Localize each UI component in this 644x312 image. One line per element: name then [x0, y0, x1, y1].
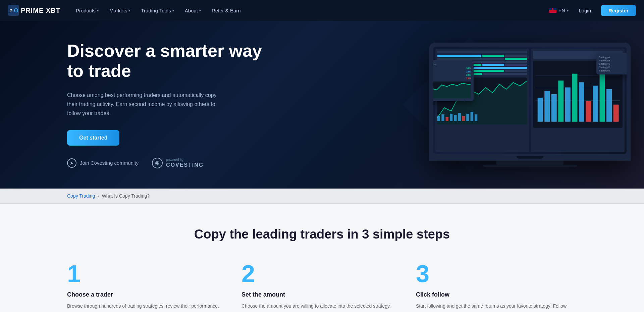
nav-item-refer[interactable]: Refer & Earn	[207, 5, 246, 16]
breadcrumb: Copy Trading › What Is Copy Trading?	[0, 189, 644, 204]
chevron-down-icon: ▾	[199, 9, 201, 12]
float-row: Premium 24%	[433, 74, 471, 76]
hero-links: ➤ Join Covesting community ◉ powered by …	[67, 158, 268, 168]
covesting-icon: ◉	[152, 158, 163, 168]
svg-rect-22	[558, 81, 564, 122]
covesting-logo: powered by COVESTING	[166, 158, 204, 168]
register-button[interactable]: Register	[601, 5, 636, 16]
laptop-screen: Profit distribution Standard 34% Advance…	[433, 47, 627, 154]
float-panel-right: Strategy A +48.6% Strategy B +34.1% Stra…	[596, 53, 625, 74]
svg-rect-10	[458, 113, 461, 121]
login-button[interactable]: Login	[574, 6, 596, 15]
step-number-1: 1	[67, 262, 228, 286]
svg-rect-28	[600, 67, 605, 122]
svg-rect-7	[446, 117, 448, 121]
svg-text:P: P	[9, 8, 12, 13]
step-heading-1: Choose a trader	[67, 291, 228, 298]
svg-rect-13	[471, 112, 473, 121]
svg-rect-24	[572, 74, 577, 122]
float-row: Standard 34%	[433, 67, 471, 69]
svg-rect-21	[551, 94, 557, 122]
step-desc-1: Browse through hundreds of trading strat…	[67, 302, 228, 312]
step-heading-3: Click follow	[416, 291, 577, 298]
hero-content: Discover a smarter way to trade Choose a…	[67, 41, 268, 168]
step-item-2: 2 Set the amount Choose the amount you a…	[241, 262, 402, 312]
float-row: Elite 19%	[433, 77, 471, 80]
step-desc-2: Choose the amount you are willing to all…	[241, 302, 402, 310]
telegram-icon: ➤	[67, 158, 76, 168]
float-rows: Standard 34% Advanced 23% Premium 24%	[433, 67, 471, 80]
steps-title: Copy the leading traders in 3 simple ste…	[67, 227, 577, 242]
svg-rect-12	[466, 114, 469, 121]
hero-description: Choose among best performing traders and…	[67, 91, 228, 118]
screen-panel-chart: Strategy A +48.6% Strategy B +34.1% Stra…	[531, 49, 625, 152]
join-covesting-link[interactable]: ➤ Join Covesting community	[67, 158, 139, 168]
svg-rect-5	[437, 116, 440, 121]
svg-rect-11	[462, 116, 465, 121]
svg-rect-14	[475, 114, 477, 121]
svg-rect-20	[544, 91, 550, 122]
float-row: Advanced 23%	[433, 70, 471, 73]
navbar: P PRIME XBT Products ▾ Markets ▾ Trading…	[0, 0, 644, 21]
step-number-3: 3	[416, 262, 577, 286]
flag-icon	[549, 8, 556, 13]
steps-section: Copy the leading traders in 3 simple ste…	[0, 204, 644, 312]
laptop-notch	[517, 156, 543, 159]
svg-rect-27	[593, 86, 598, 121]
svg-rect-29	[606, 89, 612, 122]
breadcrumb-separator: ›	[98, 194, 99, 199]
step-item-3: 3 Click follow Start following and get t…	[416, 262, 577, 312]
nav-item-about[interactable]: About ▾	[180, 5, 206, 16]
chevron-down-icon: ▾	[172, 9, 174, 12]
svg-rect-19	[538, 98, 543, 122]
breadcrumb-parent[interactable]: Copy Trading	[67, 193, 95, 199]
chevron-down-icon: ▾	[128, 9, 130, 12]
logo-text: PRIME XBT	[21, 7, 60, 14]
svg-rect-30	[613, 105, 619, 122]
laptop-foot	[483, 165, 577, 167]
step-heading-2: Set the amount	[241, 291, 402, 298]
covesting-brand-link[interactable]: ◉ powered by COVESTING	[152, 158, 204, 168]
get-started-button[interactable]: Get started	[67, 130, 119, 146]
hero-section: Discover a smarter way to trade Choose a…	[0, 21, 644, 189]
laptop-outer: Profit distribution Standard 34% Advance…	[429, 43, 631, 161]
svg-rect-8	[450, 114, 452, 121]
nav-item-products[interactable]: Products ▾	[71, 5, 103, 16]
laptop-base	[433, 154, 627, 161]
breadcrumb-current: What Is Copy Trading?	[102, 193, 150, 199]
logo-icon: P	[8, 5, 19, 16]
nav-menu: Products ▾ Markets ▾ Trading Tools ▾ Abo…	[71, 5, 549, 16]
svg-rect-6	[441, 114, 444, 121]
laptop-stand	[496, 161, 564, 165]
step-item-1: 1 Choose a trader Browse through hundred…	[67, 262, 228, 312]
svg-rect-26	[586, 101, 591, 121]
chevron-down-icon: ▾	[567, 9, 569, 12]
hero-laptop-image: Profit distribution Standard 34% Advance…	[429, 43, 631, 167]
hero-title: Discover a smarter way to trade	[67, 41, 268, 81]
navbar-right: EN ▾ Login Register	[549, 5, 636, 16]
language-selector[interactable]: EN ▾	[549, 8, 569, 13]
svg-rect-23	[565, 88, 571, 122]
chevron-down-icon: ▾	[97, 9, 99, 12]
svg-rect-9	[454, 115, 457, 121]
float-panel-left: Profit distribution Standard 34% Advance…	[433, 60, 474, 101]
step-desc-3: Start following and get the same returns…	[416, 302, 577, 312]
svg-marker-3	[433, 83, 471, 98]
step-number-2: 2	[241, 262, 402, 286]
float-panel-title: Profit distribution	[433, 63, 471, 66]
steps-grid: 1 Choose a trader Browse through hundred…	[67, 262, 577, 312]
logo[interactable]: P PRIME XBT	[8, 5, 60, 16]
svg-rect-25	[579, 82, 584, 122]
nav-item-markets[interactable]: Markets ▾	[105, 5, 135, 16]
nav-item-trading-tools[interactable]: Trading Tools ▾	[136, 5, 178, 16]
